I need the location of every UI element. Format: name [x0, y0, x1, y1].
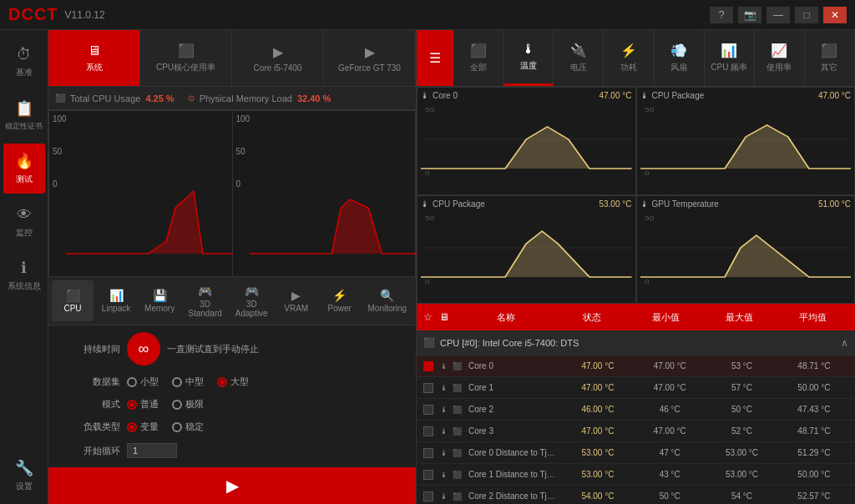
right-tab-usage[interactable]: 📈 使用率 [755, 30, 805, 86]
start-loop-input[interactable] [127, 443, 177, 458]
right-tab-power-label: 功耗 [620, 62, 637, 73]
right-tab-all[interactable]: ⬛ 全部 [453, 30, 503, 86]
right-tab-temp[interactable]: 🌡 温度 [503, 30, 554, 86]
start-button[interactable]: ▶ [48, 467, 416, 504]
sidebar-label-settings: 设置 [16, 481, 33, 492]
sidebar-item-test[interactable]: 🔥 测试 [3, 144, 45, 194]
chart-cpupkg2-area: 50 0 [421, 210, 632, 285]
infinity-icon: ∞ [139, 340, 149, 358]
sidebar-item-monitor[interactable]: 👁 监控 [3, 197, 45, 247]
sub-tab-monitoring[interactable]: 🔍 Monitoring [362, 280, 412, 321]
cpu-package-icon: ⬛ [423, 337, 435, 348]
maximize-button[interactable]: □ [795, 7, 818, 23]
temp-icon-small3: 🌡 [421, 199, 429, 209]
sidebar-item-sysinfo[interactable]: ℹ 系统信息 [3, 250, 45, 300]
right-tab-usage-label: 使用率 [766, 62, 792, 73]
sub-tab-vram[interactable]: ▶ VRAM [276, 280, 317, 321]
monitor-icon: 🖥 [439, 311, 449, 323]
dataset-small-label: 小型 [140, 375, 159, 388]
row-checkbox[interactable] [423, 448, 433, 458]
row-avg: 47.43 °C [780, 405, 848, 414]
row-status: 47.00 °C [564, 426, 632, 436]
wrench-icon: 🔧 [15, 459, 33, 477]
minimize-button[interactable]: — [766, 7, 790, 23]
group-title-cpu: CPU [#0]: Intel Core i5-7400: DTS [440, 338, 579, 348]
sub-tab-linpack[interactable]: 📊 Linpack [95, 280, 137, 321]
chart-core0-svg: 50 0 [421, 102, 632, 177]
table-row: 🌡 ⬛ Core 2 46.00 °C 46 °C 50 °C 47.43 °C [417, 399, 855, 421]
right-tab-fan[interactable]: 💨 风扇 [655, 30, 705, 86]
sidebar-label-sysinfo: 系统信息 [8, 280, 41, 292]
collapse-icon[interactable]: ∧ [841, 337, 848, 349]
right-tab-power[interactable]: ⚡ 功耗 [604, 30, 654, 86]
row-checkbox[interactable] [423, 405, 433, 415]
row-checkbox[interactable] [423, 383, 433, 393]
right-tab-cpufreq[interactable]: 📊 CPU 频率 [705, 30, 755, 86]
cpu-core-icon: ⬛ [178, 43, 195, 58]
close-button[interactable]: ✕ [823, 7, 847, 23]
right-top-tabs: ☰ ⬛ 全部 🌡 温度 🔌 电压 ⚡ 功耗 💨 风扇 [417, 30, 855, 87]
mode-normal[interactable]: 普通 [127, 398, 159, 411]
sub-tab-memory[interactable]: 💾 Memory [139, 280, 180, 321]
mode-row: 模式 普通 极限 [62, 398, 402, 411]
chart-cpupkg1-header: 🌡 CPU Package 47.00 °C [640, 91, 852, 100]
row-min: 47 °C [635, 448, 704, 457]
right-menu-button[interactable]: ☰ [417, 30, 453, 86]
tab-core-i5[interactable]: ▶ Core i5-7400 [232, 30, 324, 86]
sub-linpack-icon: 📊 [109, 289, 124, 302]
sub-tab-power[interactable]: ⚡ Power [319, 280, 361, 321]
row-avg: 48.71 °C [780, 361, 848, 370]
right-tab-other[interactable]: ⬛ 其它 [805, 30, 855, 86]
table-row: 🌡 ⬛ Core 0 47.00 °C 47.00 °C 53 °C 48.71… [417, 355, 855, 377]
duration-text: 一直测试直到手动停止 [167, 343, 259, 355]
load-label: 负载类型 [62, 421, 120, 433]
duration-row: 持续时间 ∞ 一直测试直到手动停止 [62, 332, 402, 365]
sub-tab-cpu[interactable]: ⬛ CPU [52, 280, 94, 321]
group-header-cpu: ⬛ CPU [#0]: Intel Core i5-7400: DTS ∧ [417, 330, 855, 355]
row-icon1: 🌡 [440, 384, 448, 392]
load-variable[interactable]: 变量 [127, 421, 159, 433]
row-icon1: 🌡 [440, 492, 448, 501]
row-checkbox[interactable] [423, 470, 433, 480]
right-tab-voltage[interactable]: 🔌 电压 [554, 30, 604, 86]
screenshot-button[interactable]: 📷 [738, 7, 761, 23]
sub-3dadap-icon: 🎮 [245, 285, 259, 298]
sub-power-icon: ⚡ [332, 289, 347, 302]
row-checkbox[interactable] [423, 426, 433, 436]
chart-core0-value: 47.00 °C [599, 91, 631, 100]
dataset-medium[interactable]: 中型 [172, 375, 204, 388]
mode-extreme[interactable]: 极限 [172, 398, 204, 411]
sidebar-item-benchmark[interactable]: ⏱ 基准 [3, 37, 45, 87]
start-loop-label: 开始循环 [62, 445, 120, 457]
row-min: 50 °C [635, 491, 704, 501]
geforce-icon: ▶ [365, 44, 375, 60]
table-row: 🌡 ⬛ Core 0 Distance to TjMAX 53.00 °C 47… [417, 442, 855, 464]
dataset-small[interactable]: 小型 [127, 375, 159, 388]
tab-cpu-core[interactable]: ⬛ CPU核心使用率 [140, 30, 232, 86]
temp-icon-small4: 🌡 [640, 199, 649, 209]
row-icon2: ⬛ [453, 471, 462, 479]
sidebar-item-settings[interactable]: 🔧 设置 [3, 451, 45, 501]
load-stable[interactable]: 稳定 [172, 421, 204, 433]
help-button[interactable]: ? [710, 7, 733, 23]
infinity-button[interactable]: ∞ [127, 332, 160, 365]
voltage-icon: 🔌 [570, 43, 587, 58]
svg-text:50: 50 [645, 214, 654, 222]
row-checkbox[interactable] [423, 491, 433, 501]
chart-gputemp: 🌡 GPU Temperature 51.00 °C 50 0 [636, 195, 856, 304]
load-row: 负载类型 变量 稳定 [62, 421, 402, 433]
chart-cpupkg2-header: 🌡 CPU Package 53.00 °C [421, 199, 632, 209]
row-checkbox[interactable] [423, 361, 433, 371]
tab-core-i5-label: Core i5-7400 [254, 63, 302, 73]
row-icon1: 🌡 [440, 406, 448, 414]
sidebar-item-certificate[interactable]: 📋 稳定性证书 [3, 90, 45, 140]
row-name: Core 3 [468, 426, 560, 436]
sub-tab-3d-adap[interactable]: 🎮 3DAdaptive [230, 280, 274, 321]
tab-geforce[interactable]: ▶ GeForce GT 730 [324, 30, 416, 86]
dataset-label: 数据集 [62, 375, 120, 388]
tab-system[interactable]: 🖥 系统 [48, 30, 140, 86]
right-tab-fan-label: 风扇 [670, 62, 687, 73]
sub-tab-3d-std[interactable]: 🎮 3DStandard [182, 280, 228, 321]
row-icon2: ⬛ [453, 492, 462, 501]
dataset-large[interactable]: 大型 [217, 375, 249, 388]
